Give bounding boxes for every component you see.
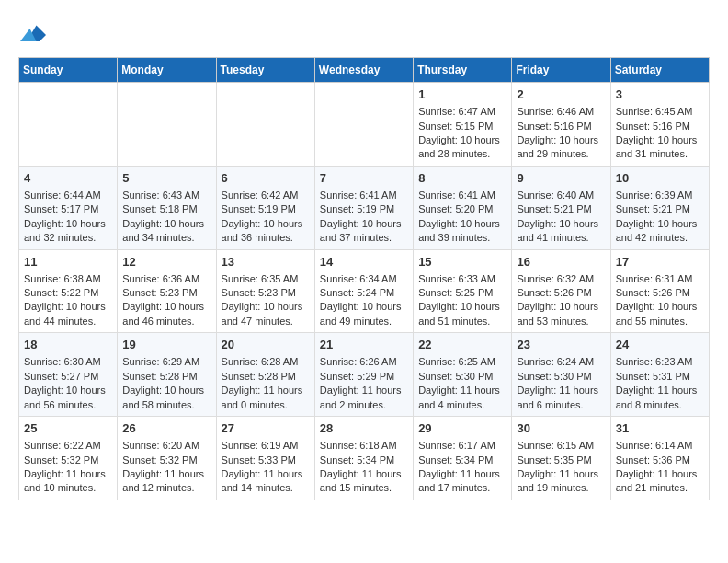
calendar-week-4: 18Sunrise: 6:30 AMSunset: 5:27 PMDayligh… — [19, 333, 710, 417]
calendar-cell: 28Sunrise: 6:18 AMSunset: 5:34 PMDayligh… — [314, 417, 413, 500]
day-number: 27 — [222, 420, 310, 437]
day-info: Sunrise: 6:40 AM — [517, 189, 605, 202]
day-info: Sunrise: 6:25 AM — [418, 355, 506, 369]
day-info: Daylight: 11 hours and 17 minutes. — [418, 467, 506, 496]
day-number: 31 — [616, 420, 704, 437]
day-info: Sunset: 5:27 PM — [24, 370, 112, 384]
day-info: Daylight: 10 hours and 47 minutes. — [222, 300, 310, 328]
day-info: Sunrise: 6:43 AM — [122, 189, 210, 202]
calendar-header-monday: Monday — [118, 58, 216, 83]
day-info: Daylight: 11 hours and 21 minutes. — [616, 467, 704, 496]
day-number: 4 — [24, 170, 112, 187]
day-info: Sunset: 5:17 PM — [24, 202, 112, 216]
calendar-cell: 24Sunrise: 6:23 AMSunset: 5:31 PMDayligh… — [610, 333, 709, 417]
calendar-cell — [216, 83, 314, 167]
day-info: Sunrise: 6:45 AM — [616, 105, 704, 119]
day-info: Daylight: 10 hours and 36 minutes. — [222, 217, 310, 246]
day-info: Sunrise: 6:26 AM — [320, 355, 408, 369]
day-info: Daylight: 10 hours and 55 minutes. — [616, 300, 704, 328]
day-number: 23 — [517, 337, 605, 353]
day-number: 26 — [122, 420, 210, 437]
day-info: Sunset: 5:26 PM — [517, 286, 605, 300]
day-info: Daylight: 10 hours and 49 minutes. — [320, 300, 408, 328]
day-info: Daylight: 10 hours and 56 minutes. — [24, 384, 112, 412]
day-info: Daylight: 10 hours and 34 minutes. — [122, 217, 210, 246]
day-info: Sunset: 5:19 PM — [320, 202, 408, 216]
day-info: Sunset: 5:16 PM — [517, 120, 605, 133]
page-header — [18, 18, 710, 48]
day-info: Sunrise: 6:36 AM — [122, 272, 210, 286]
calendar-cell: 5Sunrise: 6:43 AMSunset: 5:18 PMDaylight… — [118, 166, 216, 249]
day-number: 29 — [418, 420, 506, 437]
day-info: Sunrise: 6:38 AM — [24, 272, 112, 286]
calendar-cell: 13Sunrise: 6:35 AMSunset: 5:23 PMDayligh… — [216, 249, 314, 333]
calendar-cell: 4Sunrise: 6:44 AMSunset: 5:17 PMDaylight… — [19, 166, 118, 249]
day-info: Daylight: 11 hours and 6 minutes. — [517, 384, 605, 412]
calendar-cell: 23Sunrise: 6:24 AMSunset: 5:30 PMDayligh… — [512, 333, 610, 417]
day-number: 15 — [418, 254, 506, 270]
day-info: Sunset: 5:18 PM — [122, 202, 210, 216]
calendar-cell: 10Sunrise: 6:39 AMSunset: 5:21 PMDayligh… — [610, 166, 709, 249]
day-info: Daylight: 11 hours and 4 minutes. — [418, 384, 506, 412]
calendar-cell: 14Sunrise: 6:34 AMSunset: 5:24 PMDayligh… — [314, 249, 413, 333]
day-info: Sunrise: 6:14 AM — [616, 439, 704, 453]
day-info: Sunrise: 6:18 AM — [320, 439, 408, 453]
calendar-cell: 17Sunrise: 6:31 AMSunset: 5:26 PMDayligh… — [610, 249, 709, 333]
day-info: Daylight: 10 hours and 41 minutes. — [517, 217, 605, 246]
day-number: 12 — [122, 254, 210, 270]
day-number: 30 — [517, 420, 605, 437]
calendar-header-wednesday: Wednesday — [314, 58, 413, 83]
day-info: Daylight: 10 hours and 31 minutes. — [616, 133, 704, 162]
calendar-cell: 11Sunrise: 6:38 AMSunset: 5:22 PMDayligh… — [19, 249, 118, 333]
day-info: Sunrise: 6:19 AM — [222, 439, 310, 453]
day-number: 20 — [222, 337, 310, 353]
calendar-header-sunday: Sunday — [19, 58, 118, 83]
calendar-week-2: 4Sunrise: 6:44 AMSunset: 5:17 PMDaylight… — [19, 166, 710, 249]
day-number: 8 — [418, 170, 506, 187]
day-info: Sunrise: 6:17 AM — [418, 439, 506, 453]
day-info: Daylight: 10 hours and 42 minutes. — [616, 217, 704, 246]
day-info: Sunset: 5:31 PM — [616, 370, 704, 384]
logo-icon — [20, 22, 46, 48]
calendar-cell: 30Sunrise: 6:15 AMSunset: 5:35 PMDayligh… — [512, 417, 610, 500]
day-info: Daylight: 11 hours and 19 minutes. — [517, 467, 605, 496]
calendar-cell: 19Sunrise: 6:29 AMSunset: 5:28 PMDayligh… — [118, 333, 216, 417]
day-number: 28 — [320, 420, 408, 437]
calendar-cell: 12Sunrise: 6:36 AMSunset: 5:23 PMDayligh… — [118, 249, 216, 333]
day-info: Sunrise: 6:24 AM — [517, 355, 605, 369]
day-number: 6 — [222, 170, 310, 187]
day-info: Sunset: 5:22 PM — [24, 286, 112, 300]
day-info: Sunset: 5:34 PM — [320, 454, 408, 467]
calendar-week-5: 25Sunrise: 6:22 AMSunset: 5:32 PMDayligh… — [19, 417, 710, 500]
calendar-cell: 22Sunrise: 6:25 AMSunset: 5:30 PMDayligh… — [414, 333, 512, 417]
day-info: Sunset: 5:30 PM — [418, 370, 506, 384]
day-number: 11 — [24, 254, 112, 270]
day-info: Sunset: 5:26 PM — [616, 286, 704, 300]
day-info: Sunset: 5:28 PM — [222, 370, 310, 384]
day-number: 16 — [517, 254, 605, 270]
calendar-cell: 21Sunrise: 6:26 AMSunset: 5:29 PMDayligh… — [314, 333, 413, 417]
day-info: Sunset: 5:36 PM — [616, 454, 704, 467]
day-info: Daylight: 10 hours and 58 minutes. — [122, 384, 210, 412]
day-info: Daylight: 11 hours and 14 minutes. — [222, 467, 310, 496]
day-info: Sunrise: 6:44 AM — [24, 189, 112, 202]
calendar-header-row: SundayMondayTuesdayWednesdayThursdayFrid… — [19, 58, 710, 83]
day-info: Daylight: 10 hours and 46 minutes. — [122, 300, 210, 328]
calendar-cell: 31Sunrise: 6:14 AMSunset: 5:36 PMDayligh… — [610, 417, 709, 500]
day-info: Daylight: 11 hours and 8 minutes. — [616, 384, 704, 412]
calendar-cell: 8Sunrise: 6:41 AMSunset: 5:20 PMDaylight… — [414, 166, 512, 249]
calendar-cell: 27Sunrise: 6:19 AMSunset: 5:33 PMDayligh… — [216, 417, 314, 500]
day-info: Sunset: 5:25 PM — [418, 286, 506, 300]
day-number: 19 — [122, 337, 210, 353]
calendar-cell: 25Sunrise: 6:22 AMSunset: 5:32 PMDayligh… — [19, 417, 118, 500]
day-info: Sunset: 5:33 PM — [222, 454, 310, 467]
day-info: Sunset: 5:29 PM — [320, 370, 408, 384]
calendar-cell: 6Sunrise: 6:42 AMSunset: 5:19 PMDaylight… — [216, 166, 314, 249]
calendar-cell: 16Sunrise: 6:32 AMSunset: 5:26 PMDayligh… — [512, 249, 610, 333]
day-info: Sunset: 5:16 PM — [616, 120, 704, 133]
day-info: Sunset: 5:20 PM — [418, 202, 506, 216]
day-info: Sunset: 5:28 PM — [122, 370, 210, 384]
calendar-header-tuesday: Tuesday — [216, 58, 314, 83]
day-number: 2 — [517, 86, 605, 103]
calendar-cell: 15Sunrise: 6:33 AMSunset: 5:25 PMDayligh… — [414, 249, 512, 333]
